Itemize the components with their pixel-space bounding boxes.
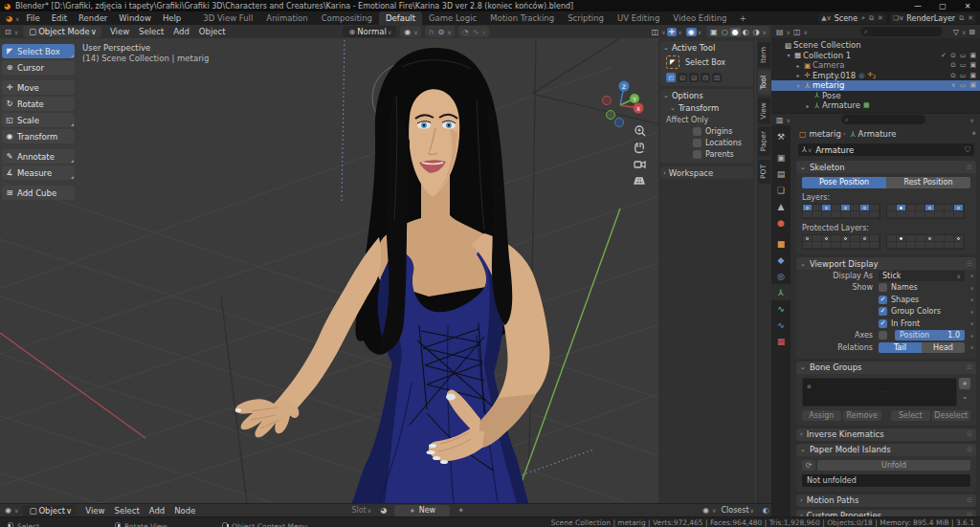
select-mode-2[interactable]: ◲ xyxy=(689,73,699,82)
viewport-menu-select[interactable]: Select xyxy=(134,27,168,36)
layer-cell[interactable] xyxy=(897,242,906,249)
layer-cell[interactable] xyxy=(916,211,925,218)
axes-position-slider[interactable]: Position 1.0 xyxy=(895,330,965,340)
pin-icon[interactable]: ⌖ xyxy=(971,129,976,139)
outliner-row-collection-1[interactable]: ▾▦Collection 1✓⊙▭▣ xyxy=(771,51,980,61)
layer-cell[interactable] xyxy=(945,242,954,249)
shader-menu-node[interactable]: Node xyxy=(169,506,200,516)
layer-cell[interactable] xyxy=(925,205,935,211)
tool-measure[interactable]: ∡Measure xyxy=(2,165,75,180)
workspace-tab-game-logic[interactable]: Game Logic xyxy=(422,11,483,25)
wireframe-shading-icon[interactable]: ○ xyxy=(720,28,730,36)
pin-icon[interactable]: ⌖ xyxy=(457,506,466,516)
layer-cell[interactable] xyxy=(822,242,832,249)
layer-cell[interactable] xyxy=(897,211,906,218)
layer-cell[interactable] xyxy=(860,242,870,249)
mode-dropdown[interactable]: ▢ Object Mode ∨ xyxy=(23,26,101,37)
workspace-tab-animation[interactable]: Animation xyxy=(259,11,314,25)
axis-z-neg-handle[interactable] xyxy=(615,119,624,127)
layer-cell[interactable] xyxy=(803,205,813,211)
layer-cell[interactable] xyxy=(954,235,964,242)
checkbox-in-front[interactable]: ✓ xyxy=(879,319,887,328)
viewport-menu-add[interactable]: Add xyxy=(168,27,193,36)
layer-cell[interactable] xyxy=(916,242,925,249)
outliner-row-empty-018[interactable]: ▸✛Empty.018◎✛2⊙▭▣ xyxy=(771,71,980,81)
bone-groups-header[interactable]: ⌄ Bone Groups ☰ xyxy=(796,362,976,374)
properties-tab-world[interactable]: ● xyxy=(771,214,791,231)
select-mode-3[interactable]: ◳ xyxy=(701,73,710,82)
shader-menu-view[interactable]: View xyxy=(80,506,109,516)
layer-cell[interactable] xyxy=(870,205,880,211)
shader-menu-add[interactable]: Add xyxy=(145,506,169,516)
properties-tab-output[interactable]: ▤ xyxy=(771,165,791,182)
outliner-search-input[interactable]: ⌕ xyxy=(860,27,943,36)
snapping-controls[interactable]: ∩ ⊙∨ xyxy=(425,26,455,37)
layer-cell[interactable] xyxy=(813,211,822,218)
viewport-display-header[interactable]: ⌄ Viewport Display ☰ xyxy=(796,257,976,270)
falloff-curve-icon[interactable]: ∿ xyxy=(471,28,481,36)
new-scene-icon[interactable]: ⧉ xyxy=(869,14,874,22)
workspace-tab-video-editing[interactable]: Video Editing xyxy=(666,11,733,25)
camera-icon[interactable]: ▣ xyxy=(969,52,976,59)
outliner-options-icon[interactable]: ⊞ xyxy=(967,28,977,36)
properties-tab-tool[interactable]: ⚒ xyxy=(771,128,791,144)
checkbox-locations[interactable] xyxy=(693,139,702,147)
layer-cell[interactable] xyxy=(813,242,822,249)
screen-icon[interactable]: ▭ xyxy=(960,61,967,69)
overlays-toggle-icon[interactable]: ◉ xyxy=(686,28,697,36)
breadcrumb-data[interactable]: Armature xyxy=(858,129,897,139)
layer-cell[interactable] xyxy=(916,235,925,242)
layer-cell[interactable] xyxy=(945,205,954,211)
editor-type-icon[interactable]: ▥ xyxy=(774,116,786,124)
screen-icon[interactable]: ▭ xyxy=(960,52,967,59)
layer-cell[interactable] xyxy=(803,235,813,242)
layer-cell[interactable] xyxy=(906,205,916,211)
properties-tab-object-data-armature[interactable]: ⅄ xyxy=(771,284,791,300)
tool-move[interactable]: ✛Move xyxy=(2,80,75,95)
layer-cell[interactable] xyxy=(832,242,841,249)
viewport-3d[interactable]: Z Y X User Perspective (14) Scene Collec… xyxy=(0,38,771,503)
unfold-button[interactable]: Unfold xyxy=(817,460,970,471)
n-panel-tab-paper[interactable]: Paper xyxy=(758,126,770,156)
close-button[interactable]: ✕ xyxy=(955,2,980,11)
layer-cell[interactable] xyxy=(851,242,860,249)
outliner-row-pose[interactable]: ⅄Pose xyxy=(771,91,980,101)
tool-annotate[interactable]: ✎Annotate xyxy=(2,149,75,164)
workspace-tab-uv-editing[interactable]: UV Editing xyxy=(611,11,666,25)
select-mode-0[interactable]: ◰ xyxy=(666,73,676,82)
eye-icon[interactable]: ⊙ xyxy=(950,61,956,69)
properties-tab-constraints[interactable]: ◆ xyxy=(771,252,791,268)
display-as-dropdown[interactable]: Stick ∨ xyxy=(879,271,965,281)
axis-y-neg-handle[interactable] xyxy=(607,111,615,120)
layer-cell[interactable] xyxy=(822,205,832,211)
datablock-name-field[interactable]: ⅄ ∨ Armature ⛉ xyxy=(798,143,974,156)
layer-cell[interactable] xyxy=(887,211,897,218)
properties-tab-object[interactable]: ■ xyxy=(771,235,791,252)
properties-tab-bone-constraint[interactable]: ∿ xyxy=(771,317,791,333)
filter-funnel-icon[interactable]: ▽ xyxy=(951,28,961,36)
layer-cell[interactable] xyxy=(906,211,916,218)
maximize-button[interactable]: ▢ xyxy=(930,2,955,11)
outliner-row-armature[interactable]: ▸⅄Armature▦ xyxy=(771,100,980,111)
menu-help[interactable]: Help xyxy=(157,13,187,23)
new-view-layer-icon[interactable]: ⧉ xyxy=(959,14,964,22)
layer-cell[interactable] xyxy=(851,211,860,218)
assign-button[interactable]: Assign xyxy=(802,410,841,421)
layer-cell[interactable] xyxy=(935,205,945,211)
rendered-shading-icon[interactable]: ◑ xyxy=(751,28,762,36)
orientation-dropdown[interactable]: ⊕ Normal ∨ xyxy=(343,26,396,37)
layer-cell[interactable] xyxy=(945,235,954,242)
slot-dropdown[interactable]: Slot ∨ xyxy=(351,506,372,515)
layer-cell[interactable] xyxy=(841,205,851,211)
snap-target-icon[interactable]: ⊙ xyxy=(436,28,447,36)
workspace-tab-default[interactable]: Default xyxy=(379,11,422,25)
add-bone-group-button[interactable]: ＋ xyxy=(959,378,970,389)
pivot-point-dropdown[interactable]: ◉∨ xyxy=(400,26,420,37)
workspace-tab-compositing[interactable]: Compositing xyxy=(315,11,379,25)
display-mode-icon[interactable]: ◫ xyxy=(791,28,803,36)
breadcrumb-object[interactable]: metarig xyxy=(810,129,841,139)
layer-cell[interactable] xyxy=(925,235,935,242)
tool-cursor[interactable]: ⊕Cursor xyxy=(2,60,75,75)
layer-cell[interactable] xyxy=(870,235,880,242)
layer-cell[interactable] xyxy=(822,235,832,242)
